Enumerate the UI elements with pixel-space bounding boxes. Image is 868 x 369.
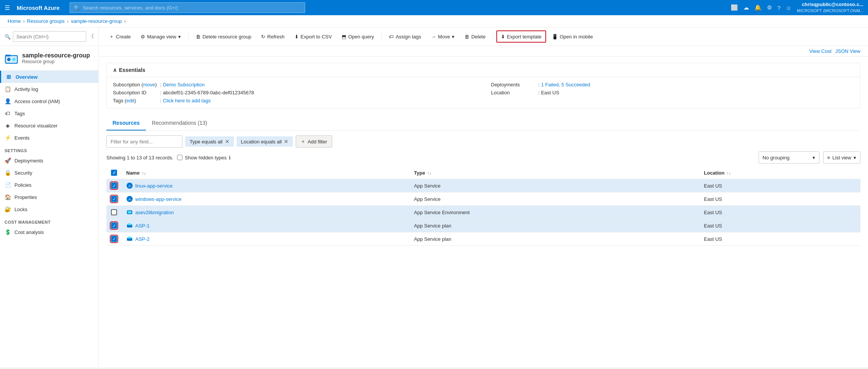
table-row: ✓ A windows-app-service App Service [106,192,860,206]
sidebar-item-iam[interactable]: 👤 Access control (IAM) [0,95,98,107]
global-search-bar[interactable]: 🔍 Search resources, services, and docs (… [70,2,305,13]
sidebar-item-resource-visualizer[interactable]: ◈ Resource visualizer [0,119,98,132]
open-query-icon: ⬒ [342,34,346,40]
show-hidden-label: Show hidden types [185,155,227,161]
user-name: chrisqpublic@contoso.c... [797,2,863,8]
subscription-value[interactable]: Demo Subscription [163,82,205,87]
open-query-button[interactable]: ⬒ Open query [337,30,378,43]
show-hidden-types-label[interactable]: Show hidden types ℹ [177,155,231,161]
row5-checkbox[interactable]: ✓ [111,236,117,242]
sidebar-collapse-btn[interactable]: 《 [89,33,94,40]
grouping-dropdown[interactable]: No grouping ▾ [759,151,819,164]
sidebar-item-overview[interactable]: ⊞ Overview [0,71,98,83]
json-view-link[interactable]: JSON View [835,48,860,54]
row1-checkbox[interactable]: ✓ [111,183,117,189]
row3-resource-icon [126,209,133,216]
add-tags-link[interactable]: Click here to add tags [163,98,211,103]
toolbar-sep2 [381,32,382,41]
row4-name-link[interactable]: ASP-1 [126,222,405,229]
export-template-button[interactable]: ⬇ Export template [496,30,546,43]
location-filter-close[interactable]: ✕ [284,138,288,145]
subscription-id-value: abcdef01-2345-6789-0abc-def012345678 [163,90,254,95]
list-view-dropdown[interactable]: ≡ List view ▾ [823,151,860,164]
table-row: ✓ ASP-1 App Service plan [106,219,860,232]
overview-icon: ⊞ [6,74,12,80]
assign-tags-icon: 🏷 [389,34,394,40]
hamburger-menu[interactable]: ☰ [5,4,10,11]
row2-name-link[interactable]: A windows-app-service [126,196,405,202]
open-mobile-button[interactable]: 📱 Open in mobile [548,30,597,43]
sidebar-item-deployments[interactable]: 🚀 Deployments [0,154,98,167]
sidebar-item-locks[interactable]: 🔐 Locks [0,203,98,215]
row1-location: East US [699,179,860,192]
breadcrumb-current[interactable]: sample-resource-group [71,18,122,24]
export-csv-button[interactable]: ⬇ Export to CSV [290,30,336,43]
delete-button[interactable]: 🗑 Delete [460,30,490,43]
sidebar-search-bar[interactable]: 🔍 《 [0,27,98,46]
delete-rg-label: Delete resource group [203,34,252,40]
settings-section-title: Settings [0,144,98,154]
sidebar-item-properties[interactable]: 🏠 Properties [0,191,98,203]
breadcrumb-home[interactable]: Home [8,18,21,24]
row4-type: App Service plan [409,219,699,232]
sidebar-item-security[interactable]: 🔒 Security [0,167,98,179]
filter-input[interactable] [106,135,182,148]
grouping-chevron-icon: ▾ [813,155,815,161]
col-header-type[interactable]: Type ↑↓ [409,167,699,179]
sidebar-label-policies: Policies [14,182,32,188]
row2-checkbox[interactable]: ✓ [111,196,117,202]
location-filter-label: Location equals all [241,139,282,145]
row3-name-link[interactable]: asev2ilbmigration [126,209,405,216]
delete-rg-button[interactable]: 🗑 Delete resource group [192,30,256,43]
row4-checkbox[interactable]: ✓ [111,223,117,229]
sidebar-item-cost-analysis[interactable]: 💲 Cost analysis [0,226,98,238]
user-profile[interactable]: chrisqpublic@contoso.c... MICROSOFT (MIC… [797,2,863,13]
cloud-shell-icon[interactable]: ☁ [743,4,749,11]
essentials-header[interactable]: ∧ Essentials [107,63,860,77]
row5-name: ASP-2 [135,236,150,242]
col-header-location[interactable]: Location ↑↓ [699,167,860,179]
row3-location: East US [699,206,860,219]
header-checkbox[interactable]: ✓ [111,170,117,176]
row3-name: asev2ilbmigration [135,210,174,215]
resource-visualizer-icon: ◈ [5,122,11,129]
view-cost-link[interactable]: View Cost [809,48,831,54]
row4-resource-icon [126,222,133,229]
portal-icon[interactable]: ⬜ [731,4,738,11]
row5-name-link[interactable]: ASP-2 [126,235,405,242]
tab-recommendations[interactable]: Recommendations (13) [146,116,214,130]
move-button[interactable]: → Move ▾ [427,30,459,43]
sidebar-item-policies[interactable]: 📄 Policies [0,179,98,191]
feedback-icon[interactable]: ☺ [786,5,791,11]
edit-tags-link[interactable]: edit [126,98,134,103]
sidebar-item-events[interactable]: ⚡ Events [0,132,98,144]
add-filter-button[interactable]: ＋ Add filter [296,135,332,148]
row5-name-cell: ASP-2 [122,232,409,246]
row3-checkbox[interactable] [111,209,117,215]
col-header-name[interactable]: Name ↑↓ [122,167,409,179]
breadcrumb: Home › Resource groups › sample-resource… [0,15,868,27]
show-hidden-checkbox[interactable] [177,155,182,160]
row2-type: App Service [409,192,699,206]
move-link[interactable]: move [143,82,155,87]
locks-icon: 🔐 [5,206,11,212]
deployments-value[interactable]: 1 Failed, 5 Succeeded [541,82,590,87]
sidebar-item-tags[interactable]: 🏷 Tags [0,107,98,119]
settings-icon[interactable]: ⚙ [767,4,772,11]
tab-resources[interactable]: Resources [106,116,146,130]
create-button[interactable]: ＋ Create [105,30,135,43]
help-icon[interactable]: ? [777,5,780,11]
manage-view-button[interactable]: ⚙ Manage view ▾ [136,30,185,43]
sidebar-search-input[interactable] [13,31,86,42]
breadcrumb-resource-groups[interactable]: Resource groups [27,18,65,24]
row1-name-link[interactable]: A linux-app-service [126,182,405,189]
row3-type: App Service Environment [409,206,699,219]
sidebar-item-activity-log[interactable]: 📋 Activity log [0,83,98,95]
sidebar-label-locks: Locks [14,207,27,212]
notifications-icon[interactable]: 🔔 [754,4,762,11]
location-label: Location [491,90,537,95]
sidebar-label-deployments: Deployments [14,158,43,164]
refresh-button[interactable]: ↻ Refresh [257,30,289,43]
type-filter-close[interactable]: ✕ [225,138,230,145]
assign-tags-button[interactable]: 🏷 Assign tags [385,30,425,43]
